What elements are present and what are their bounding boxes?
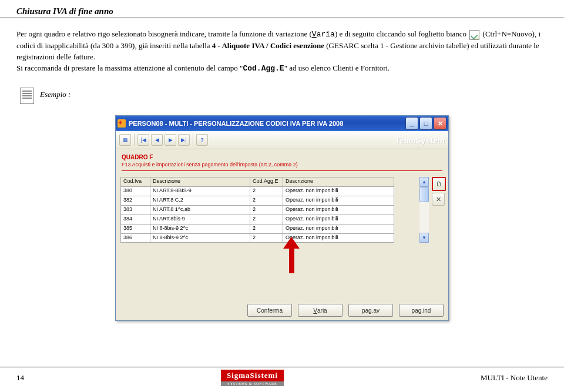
scrollbar-vertical[interactable]: ▲ ▼ bbox=[419, 177, 429, 243]
cell[interactable]: NI ART.8bis-9 bbox=[150, 215, 250, 224]
scroll-down-icon[interactable]: ▼ bbox=[419, 233, 429, 243]
text-code: Cod.Agg.E bbox=[243, 64, 284, 73]
cell[interactable]: 382 bbox=[120, 196, 150, 205]
body-paragraphs: Per ogni quadro e relativo rigo selezion… bbox=[0, 18, 564, 74]
table-area: Cod.Iva Descrizione Cod.Agg.E Descrizion… bbox=[116, 175, 448, 249]
cell[interactable]: 386 bbox=[120, 233, 150, 243]
nav-prev-icon[interactable]: ◀ bbox=[151, 134, 163, 146]
cell[interactable]: 2 bbox=[250, 224, 283, 233]
footer: 14 SigmaSistemi SYSTEMS & SOFTWARE MULTI… bbox=[0, 367, 564, 386]
col-header: Descrizione bbox=[150, 177, 250, 186]
section-header: QUADRO F F13 Acquisti e importazioni sen… bbox=[116, 149, 448, 175]
varia-button[interactable]: Varia bbox=[298, 304, 343, 317]
pagav-button[interactable]: pag.av bbox=[348, 304, 393, 317]
toolbar: ▦ |◀ ◀ ▶ ▶| ? TeamSystem bbox=[116, 131, 448, 149]
close-button[interactable]: ✕ bbox=[434, 117, 446, 130]
cell[interactable]: Operaz. non imponibili bbox=[283, 215, 394, 224]
text-bold-table: 4 - Aliquote IVA / Codici esenzione bbox=[212, 41, 324, 50]
cell[interactable]: 384 bbox=[120, 215, 150, 224]
minimize-button[interactable]: _ bbox=[405, 117, 418, 130]
maximize-button[interactable]: □ bbox=[419, 117, 432, 130]
cell[interactable]: 2 bbox=[250, 233, 283, 243]
text-p2b: " ad uso elenco Clienti e Fornitori. bbox=[284, 63, 390, 72]
cell[interactable]: 385 bbox=[120, 224, 150, 233]
cell[interactable]: 2 bbox=[250, 215, 283, 224]
add-row-button[interactable]: 🗋 bbox=[432, 177, 446, 191]
scroll-thumb[interactable] bbox=[419, 187, 429, 202]
scroll-up-icon[interactable]: ▲ bbox=[419, 177, 429, 187]
cell[interactable]: 2 bbox=[250, 196, 283, 205]
cell[interactable]: Operaz. non imponibili bbox=[283, 233, 394, 243]
section-subtitle: F13 Acquisti e importazioni senza pagame… bbox=[122, 162, 442, 167]
cell[interactable]: 383 bbox=[120, 205, 150, 215]
delete-row-button[interactable]: ✕ bbox=[432, 193, 445, 206]
cell[interactable]: NI 8-8bis-9 2^c bbox=[150, 224, 250, 233]
example-icon bbox=[16, 85, 33, 105]
example-label: Esempio : bbox=[40, 90, 70, 99]
sep bbox=[134, 134, 135, 146]
cell[interactable]: 2 bbox=[250, 205, 283, 215]
text-varia: Varia bbox=[312, 30, 335, 39]
nav-last-icon[interactable]: ▶| bbox=[178, 134, 190, 146]
logo-subtext: SYSTEMS & SOFTWARE bbox=[221, 381, 284, 386]
table-grid: Cod.Iva Descrizione Cod.Agg.E Descrizion… bbox=[120, 177, 418, 243]
col-header: Cod.Iva bbox=[120, 177, 150, 186]
section-title: QUADRO F bbox=[122, 154, 442, 160]
conferma-button[interactable]: Conferma bbox=[247, 304, 292, 317]
toolbar-new-icon[interactable]: ▦ bbox=[119, 134, 131, 146]
col-header: Cod.Agg.E bbox=[250, 177, 283, 186]
new-sheet-icon bbox=[469, 30, 479, 40]
logo-text: SigmaSistemi bbox=[221, 370, 284, 381]
sep bbox=[193, 134, 193, 146]
page-title: Chiusura IVA di fine anno bbox=[16, 6, 113, 16]
cell[interactable]: Operaz. non imponibili bbox=[283, 186, 394, 196]
cell[interactable]: 2 bbox=[250, 186, 283, 196]
cell[interactable]: NI ART.8-8BIS-9 bbox=[150, 186, 250, 196]
cell[interactable]: Operaz. non imponibili bbox=[283, 205, 394, 215]
titlebar: PERSON08 - MULTI - PERSONALIZZAZIONE COD… bbox=[116, 116, 448, 131]
text-p1b: ) e di seguito cliccando sul foglietto b… bbox=[335, 29, 466, 38]
footer-logo: SigmaSistemi SYSTEMS & SOFTWARE bbox=[221, 370, 284, 386]
cell[interactable]: NI ART.8 1^c.ab bbox=[150, 205, 250, 215]
cell[interactable]: Operaz. non imponibili bbox=[283, 224, 394, 233]
pagind-button[interactable]: pag.ind bbox=[399, 304, 444, 317]
cell[interactable]: Operaz. non imponibili bbox=[283, 196, 394, 205]
text-p2a: Si raccomanda di prestare la massima att… bbox=[16, 63, 243, 72]
app-icon bbox=[118, 119, 126, 128]
cell[interactable]: NI 8-8bis-9 2^c bbox=[150, 233, 250, 243]
page-number: 14 bbox=[16, 373, 24, 383]
button-bar: Conferma Varia pag.av pag.ind bbox=[116, 300, 448, 320]
cell[interactable]: 380 bbox=[120, 186, 150, 196]
nav-next-icon[interactable]: ▶ bbox=[164, 134, 176, 146]
titlebar-text: PERSON08 - MULTI - PERSONALIZZAZIONE COD… bbox=[129, 120, 405, 127]
nav-first-icon[interactable]: |◀ bbox=[137, 134, 149, 146]
cell[interactable]: NI ART.8 C.2 bbox=[150, 196, 250, 205]
footer-right: MULTI - Note Utente bbox=[481, 373, 548, 383]
help-icon[interactable]: ? bbox=[196, 134, 208, 146]
brand-label: TeamSystem bbox=[395, 136, 445, 145]
col-header: Descrizione bbox=[283, 177, 394, 186]
text-p1a: Per ogni quadro e relativo rigo selezion… bbox=[16, 29, 312, 38]
app-window: PERSON08 - MULTI - PERSONALIZZAZIONE COD… bbox=[115, 115, 449, 321]
